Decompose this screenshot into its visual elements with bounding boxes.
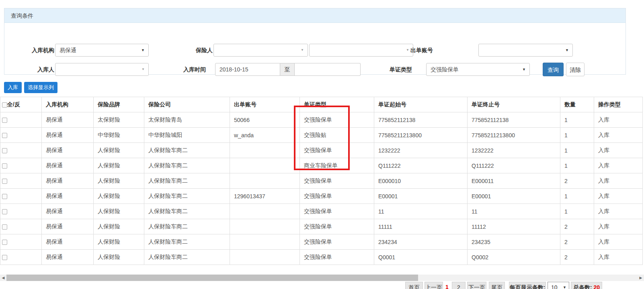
table-cell: 人保财险 — [94, 234, 144, 250]
row-checkbox[interactable] — [2, 133, 7, 138]
row-checkbox-cell — [0, 143, 42, 158]
table-row: 易保通中华财险中华财险城阳w_anda交强险贴77585211213800775… — [0, 128, 643, 143]
horizontal-scrollbar[interactable]: ◀ ▶ — [0, 275, 644, 281]
table-row: 易保通人保财险人保财险车商二1296013437交强险保单E00001E0000… — [0, 189, 643, 204]
scrollbar-thumb[interactable] — [6, 275, 418, 281]
insurer-select-1[interactable]: ▼ — [213, 44, 308, 57]
select-all-label: 全/反 — [7, 101, 20, 108]
row-checkbox[interactable] — [2, 148, 7, 153]
pagination-last-button[interactable]: 尾页 — [489, 282, 505, 289]
table-cell: 入库 — [594, 189, 643, 204]
scroll-right-arrow-icon[interactable]: ▶ — [638, 275, 644, 281]
table-cell: 人保财险 — [94, 250, 144, 265]
row-checkbox-cell — [0, 112, 42, 128]
table-header-row: 全/反 入库机构 保险品牌 保险公司 出单账号 单证类型 单证起始号 单证终止号… — [0, 97, 643, 112]
table-cell: 入库 — [594, 173, 643, 189]
table-cell: 1232222 — [374, 143, 468, 158]
table-cell: 775852112138 — [374, 112, 468, 128]
documents-table: 全/反 入库机构 保险品牌 保险公司 出单账号 单证类型 单证起始号 单证终止号… — [0, 97, 643, 265]
table-row: 易保通人保财险人保财险车商二交强险保单2342342342352入库 — [0, 234, 643, 250]
table-cell: 中华财险城阳 — [144, 128, 230, 143]
table-cell: 人保财险 — [94, 143, 144, 158]
issue-account-select[interactable]: ▼ — [478, 44, 573, 57]
table-cell: 1 — [560, 158, 594, 173]
table-cell: 交强险保单 — [300, 173, 374, 189]
table-cell: 入库 — [594, 143, 643, 158]
table-cell: 50066 — [230, 112, 300, 128]
table-cell — [230, 219, 300, 234]
search-button[interactable]: 查询 — [543, 63, 564, 76]
col-header-doc-end-no: 单证终止号 — [468, 97, 560, 112]
table-cell: 人保财险 — [94, 189, 144, 204]
pagination-bar: 首页 上一页 1 2 下一页 尾页 每页显示条数: 10 ▼ 总条数: 20 — [0, 282, 644, 289]
row-checkbox[interactable] — [2, 255, 7, 260]
table-cell: 234235 — [468, 234, 560, 250]
pagination-prev-button[interactable]: 上一页 — [425, 282, 443, 289]
scroll-left-arrow-icon[interactable]: ◀ — [0, 275, 6, 281]
chevron-down-icon: ▼ — [141, 44, 145, 56]
col-header-issue-account: 出单账号 — [230, 97, 300, 112]
query-panel-body: 入库机构 易保通 ▼ 保险人 ▼ ▼ 出单账号 ▼ 入库人 — [4, 23, 626, 74]
table-cell: 2 — [560, 250, 594, 265]
row-checkbox[interactable] — [2, 224, 7, 230]
table-cell: 易保通 — [42, 158, 94, 173]
choose-columns-button[interactable]: 选择显示列 — [24, 82, 57, 93]
table-cell: 775852112138 — [468, 112, 560, 128]
table-cell: 中华财险 — [94, 128, 144, 143]
col-header-doc-start-no: 单证起始号 — [374, 97, 468, 112]
col-header-operation-type: 操作类型 — [594, 97, 643, 112]
table-cell: Q111222 — [374, 158, 468, 173]
query-panel: 查询条件 入库机构 易保通 ▼ 保险人 ▼ ▼ 出单账号 ▼ — [4, 8, 626, 75]
table-cell — [230, 143, 300, 158]
table-cell: 入库 — [594, 250, 643, 265]
insurer-label: 保险人 — [164, 44, 213, 57]
table-row: 易保通人保财险人保财险车商二商业车险保单Q111222Q1112221入库 — [0, 158, 643, 173]
row-checkbox[interactable] — [2, 118, 7, 123]
page: 查询条件 入库机构 易保通 ▼ 保险人 ▼ ▼ 出单账号 ▼ — [0, 0, 644, 289]
pagination-first-button[interactable]: 首页 — [405, 282, 423, 289]
table-cell: 1 — [560, 128, 594, 143]
table-cell: 入库 — [594, 204, 643, 219]
table-cell: E000010 — [374, 173, 468, 189]
table-row: 易保通人保财险人保财险车商二交强险保单11111111122入库 — [0, 219, 643, 234]
select-all-checkbox[interactable] — [2, 102, 7, 108]
warehouse-time-from-input[interactable] — [215, 63, 280, 76]
table-cell: Q111222 — [468, 158, 560, 173]
table-cell: 11 — [374, 204, 468, 219]
total-count-label: 总条数: 20 — [571, 282, 602, 289]
doc-type-select[interactable]: 交强险保单 ▼ — [426, 63, 530, 76]
warehouse-org-select[interactable]: 易保通 ▼ — [55, 44, 149, 57]
warehouse-user-select[interactable]: ▼ — [55, 63, 149, 76]
table-cell: 交强险保单 — [300, 250, 374, 265]
row-checkbox[interactable] — [2, 209, 7, 214]
col-header-quantity: 数量 — [560, 97, 594, 112]
table-cell: 交强险贴 — [300, 128, 374, 143]
pagination-current-page: 1 — [444, 282, 450, 289]
table-cell — [230, 158, 300, 173]
table-cell: 交强险保单 — [300, 143, 374, 158]
table-cell: 易保通 — [42, 128, 94, 143]
table-cell: 1 — [560, 189, 594, 204]
warehouse-time-to-input[interactable] — [295, 63, 361, 76]
row-checkbox-cell — [0, 250, 42, 265]
per-page-select[interactable]: 10 ▼ — [548, 282, 569, 289]
table-row: 易保通人保财险人保财险车商二交强险保单11111入库 — [0, 204, 643, 219]
row-checkbox[interactable] — [2, 179, 7, 184]
table-cell — [230, 250, 300, 265]
table-cell: 入库 — [594, 112, 643, 128]
pagination-next-button[interactable]: 下一页 — [467, 282, 486, 289]
row-checkbox-cell — [0, 219, 42, 234]
row-checkbox[interactable] — [2, 163, 7, 169]
col-header-company: 保险公司 — [144, 97, 230, 112]
row-checkbox[interactable] — [2, 240, 7, 245]
table-cell: 人保财险 — [94, 204, 144, 219]
table-cell: E00001 — [374, 189, 468, 204]
clear-button[interactable]: 清除 — [566, 63, 585, 76]
table-cell: 太保财险青岛 — [144, 112, 230, 128]
row-checkbox-cell — [0, 158, 42, 173]
row-checkbox[interactable] — [2, 194, 7, 199]
table-cell: w_anda — [230, 128, 300, 143]
table-cell: 11 — [468, 204, 560, 219]
pagination-page-2-button[interactable]: 2 — [452, 282, 466, 289]
store-button[interactable]: 入库 — [4, 82, 22, 93]
